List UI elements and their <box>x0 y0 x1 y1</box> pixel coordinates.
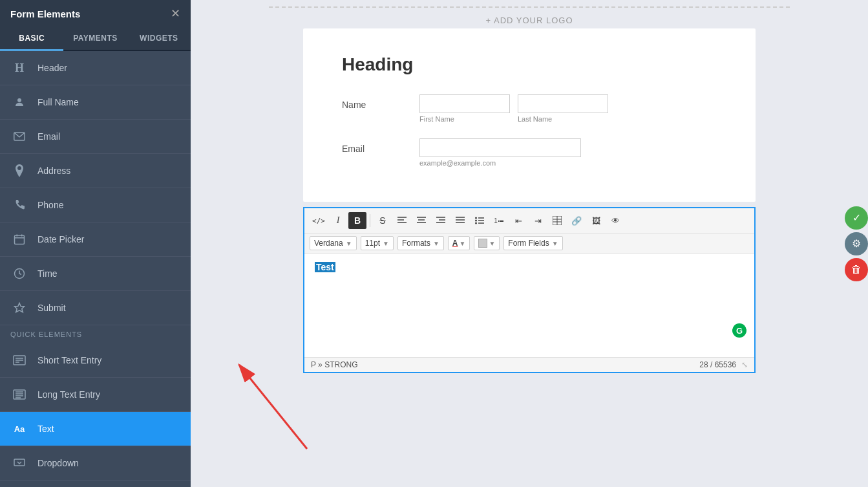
grammarly-icon: G <box>732 323 746 338</box>
quick-elements-label: QUICK ELEMENTS <box>0 325 191 343</box>
fullname-icon <box>10 93 28 111</box>
right-action-buttons: ✓ ⚙ 🗑 <box>845 206 868 281</box>
sidebar-item-time[interactable]: Time <box>0 257 191 291</box>
first-name-input[interactable] <box>419 94 510 113</box>
svg-marker-7 <box>15 303 25 312</box>
add-logo-button[interactable]: + ADD YOUR LOGO <box>485 16 573 25</box>
align-center-button[interactable] <box>412 212 430 229</box>
editor-body[interactable]: Test G <box>304 254 754 357</box>
editor-toolbar-row2: Verdana ▼ 11pt ▼ Formats ▼ A ▼ ▼ <box>304 233 754 254</box>
email-inputs: example@example.com <box>419 138 717 167</box>
settings-button[interactable]: ⚙ <box>845 232 868 255</box>
sidebar-item-text[interactable]: Aa Text <box>0 412 191 446</box>
tab-widgets[interactable]: WIDGETS <box>127 27 191 50</box>
main-content: + ADD YOUR LOGO Heading Name First Name <box>191 0 868 487</box>
long-text-icon <box>10 385 28 404</box>
bold-button[interactable]: B <box>348 212 366 229</box>
sidebar-title: Form Elements <box>10 8 80 19</box>
datepicker-icon <box>10 230 28 248</box>
time-icon <box>10 265 28 283</box>
ordered-list-button[interactable]: 1≔ <box>490 212 508 229</box>
sidebar-tabs: BASIC PAYMENTS WIDGETS <box>0 27 191 51</box>
chevron-down-icon: ▼ <box>383 240 389 247</box>
tab-payments[interactable]: PAYMENTS <box>63 27 127 50</box>
content-area: Heading Name First Name Last Name <box>191 28 868 487</box>
editor-selected-text: Test <box>315 262 335 272</box>
rich-text-editor: </> I B S 1≔ <box>303 207 756 373</box>
dashed-line <box>269 6 790 8</box>
sidebar-item-label: Submit <box>37 303 66 313</box>
sidebar-item-label: Email <box>37 131 60 142</box>
font-color-label: A <box>452 239 458 248</box>
short-text-icon <box>10 351 28 369</box>
form-heading: Heading <box>342 54 717 75</box>
justify-button[interactable] <box>451 212 469 229</box>
delete-button[interactable]: 🗑 <box>845 258 868 281</box>
name-field-row: Name First Name Last Name <box>342 94 717 123</box>
formats-dropdown[interactable]: Formats ▼ <box>397 236 444 250</box>
sidebar-item-dropdown[interactable]: Dropdown <box>0 446 191 481</box>
source-code-button[interactable]: </> <box>310 212 328 229</box>
email-icon <box>10 127 28 146</box>
resize-handle: ⤡ <box>741 360 748 369</box>
sidebar-item-submit[interactable]: Submit <box>0 291 191 325</box>
italic-button[interactable]: I <box>329 212 347 229</box>
sidebar-item-datepicker[interactable]: Date Picker <box>0 222 191 257</box>
chevron-down-icon: ▼ <box>489 240 495 247</box>
tab-basic[interactable]: BASIC <box>0 27 63 51</box>
chevron-down-icon: ▼ <box>552 240 558 247</box>
sidebar-item-address[interactable]: Address <box>0 154 191 188</box>
svg-point-34 <box>475 222 477 224</box>
sidebar-item-email[interactable]: Email <box>0 120 191 154</box>
bg-color-dropdown[interactable]: ▼ <box>474 236 500 250</box>
svg-point-30 <box>475 217 477 219</box>
sidebar-item-label: Text <box>37 424 54 434</box>
outdent-button[interactable]: ⇤ <box>509 212 527 229</box>
chevron-down-icon: ▼ <box>433 240 439 247</box>
sidebar-item-label: Phone <box>37 200 63 210</box>
sidebar-item-label: Address <box>37 166 70 176</box>
svg-rect-17 <box>14 459 25 466</box>
address-icon <box>10 162 28 180</box>
editor-word-count: 28 / 65536 <box>699 360 736 369</box>
sidebar-item-label: Time <box>37 268 58 279</box>
editor-status-bar: P » STRONG 28 / 65536 ⤡ <box>304 357 754 372</box>
text-icon: Aa <box>10 420 28 438</box>
preview-button[interactable]: 👁 <box>606 212 624 229</box>
sidebar-item-long-text[interactable]: Long Text Entry <box>0 378 191 412</box>
last-name-input[interactable] <box>518 94 608 113</box>
header-icon: H <box>10 59 28 77</box>
align-right-button[interactable] <box>432 212 450 229</box>
link-button[interactable]: 🔗 <box>567 212 586 229</box>
close-button[interactable]: ✕ <box>171 8 180 19</box>
form-fields-dropdown[interactable]: Form Fields ▼ <box>503 236 562 250</box>
font-family-dropdown[interactable]: Verdana ▼ <box>310 236 357 250</box>
bg-color-swatch <box>478 239 487 248</box>
email-input[interactable] <box>419 138 581 157</box>
last-name-sublabel: Last Name <box>518 115 608 123</box>
sidebar-item-phone[interactable]: Phone <box>0 188 191 222</box>
chevron-down-icon: ▼ <box>459 240 465 247</box>
form-canvas: Heading Name First Name Last Name <box>303 28 756 202</box>
sidebar-item-label: Dropdown <box>37 458 79 468</box>
sidebar-item-fullname[interactable]: Full Name <box>0 85 191 120</box>
strikethrough-button[interactable]: S <box>374 212 392 229</box>
sidebar-item-label: Date Picker <box>37 234 84 244</box>
sidebar-header: Form Elements ✕ <box>0 0 191 27</box>
font-size-dropdown[interactable]: 11pt ▼ <box>361 236 394 250</box>
chevron-down-icon: ▼ <box>346 240 352 247</box>
image-button[interactable]: 🖼 <box>587 212 605 229</box>
unordered-list-button[interactable] <box>471 212 489 229</box>
phone-icon <box>10 196 28 214</box>
first-name-sublabel: First Name <box>419 115 510 123</box>
align-left-button[interactable] <box>393 212 411 229</box>
editor-toolbar: </> I B S 1≔ <box>304 208 754 233</box>
svg-line-41 <box>239 365 307 449</box>
font-color-dropdown[interactable]: A ▼ <box>448 236 471 250</box>
indent-button[interactable]: ⇥ <box>529 212 547 229</box>
toolbar-sep-1 <box>370 214 370 227</box>
confirm-button[interactable]: ✓ <box>845 206 868 230</box>
sidebar-item-short-text[interactable]: Short Text Entry <box>0 343 191 378</box>
sidebar-item-header[interactable]: H Header <box>0 51 191 85</box>
table-button[interactable] <box>548 212 566 229</box>
